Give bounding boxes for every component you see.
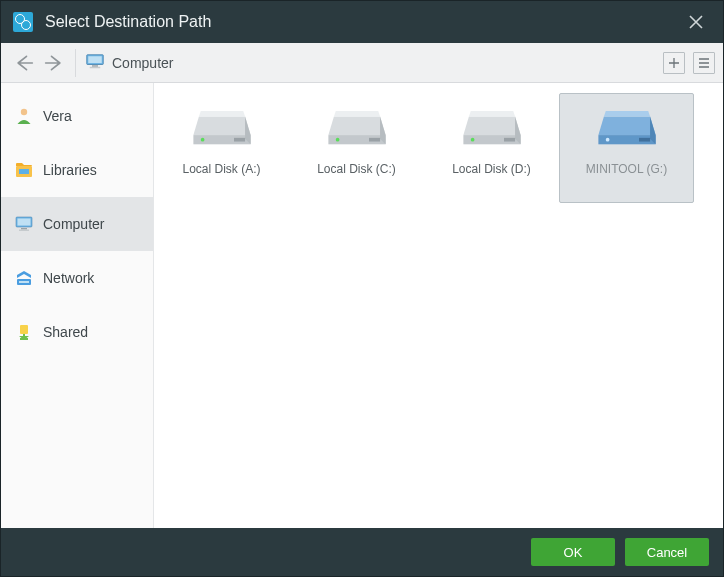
sidebar-item-label: Vera [43,108,72,124]
drive-item[interactable]: MINITOOL (G:) [559,93,694,203]
drive-icon [461,100,523,148]
computer-icon [86,54,104,72]
drive-label: Local Disk (D:) [452,162,531,176]
drive-icon [326,100,388,148]
svg-rect-2 [92,65,98,67]
sidebar-item-computer[interactable]: Computer [1,197,153,251]
svg-rect-8 [18,219,31,226]
app-icon [13,12,33,32]
drive-icon [191,100,253,148]
svg-rect-10 [19,230,29,232]
body: Vera Libraries Computer Network Shared [1,83,723,528]
drive-item[interactable]: Local Disk (A:) [154,93,289,203]
drive-grid: Local Disk (A:)Local Disk (C:)Local Disk… [154,83,723,528]
dialog-title: Select Destination Path [45,13,681,31]
close-button[interactable] [681,7,711,37]
svg-rect-1 [88,56,102,63]
sidebar-item-label: Libraries [43,162,97,178]
svg-rect-9 [21,228,27,230]
sidebar-item-libraries[interactable]: Libraries [1,143,153,197]
drive-label: Local Disk (A:) [182,162,260,176]
toolbar: Computer [1,43,723,83]
sidebar-item-network[interactable]: Network [1,251,153,305]
sidebar-item-label: Computer [43,216,104,232]
sidebar-item-label: Shared [43,324,88,340]
view-list-button[interactable] [693,52,715,74]
forward-button[interactable] [39,48,69,78]
drive-icon [596,100,658,148]
sidebar-item-user[interactable]: Vera [1,89,153,143]
breadcrumb-label: Computer [112,55,173,71]
drive-item[interactable]: Local Disk (D:) [424,93,559,203]
drive-item[interactable]: Local Disk (C:) [289,93,424,203]
network-icon [15,269,33,287]
footer: OK Cancel [1,528,723,576]
svg-rect-12 [19,281,29,283]
svg-rect-3 [90,66,101,68]
sidebar-item-label: Network [43,270,94,286]
breadcrumb[interactable]: Computer [82,54,663,72]
ok-button[interactable]: OK [531,538,615,566]
svg-rect-6 [19,169,29,174]
shared-icon [15,323,33,341]
drive-label: MINITOOL (G:) [586,162,667,176]
computer-icon [15,215,33,233]
svg-rect-13 [20,325,28,334]
new-folder-button[interactable] [663,52,685,74]
user-icon [15,107,33,125]
titlebar: Select Destination Path [1,1,723,43]
libraries-icon [15,161,33,179]
sidebar: Vera Libraries Computer Network Shared [1,83,154,528]
sidebar-item-shared[interactable]: Shared [1,305,153,359]
svg-point-4 [21,109,27,115]
drive-label: Local Disk (C:) [317,162,396,176]
back-button[interactable] [9,48,39,78]
separator [75,49,76,77]
cancel-button[interactable]: Cancel [625,538,709,566]
